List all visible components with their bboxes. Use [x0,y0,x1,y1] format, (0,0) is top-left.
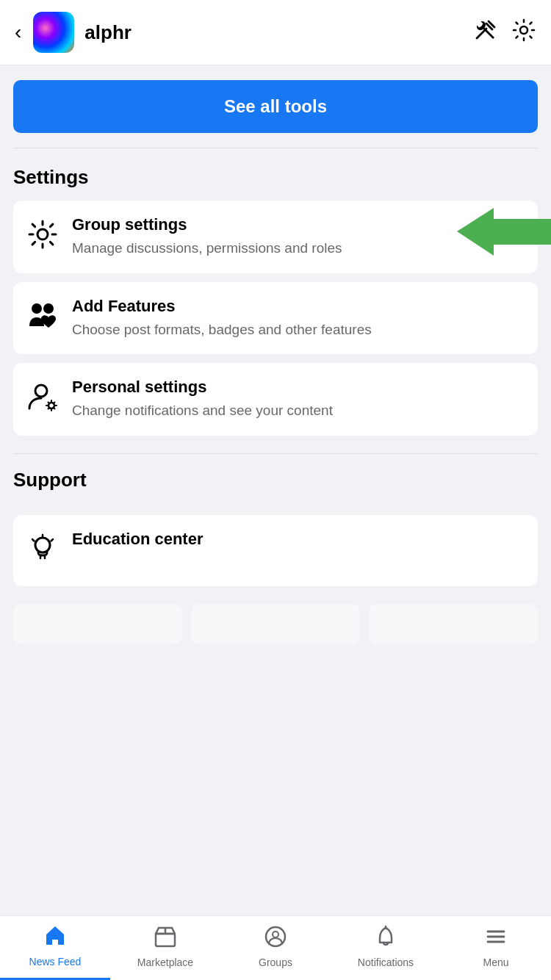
nav-item-marketplace[interactable]: Marketplace [110,916,220,980]
svg-point-10 [35,538,50,552]
svg-line-12 [32,539,35,541]
tools-icon[interactable] [473,18,498,48]
add-features-desc: Choose post formats, badges and other fe… [72,320,525,340]
settings-icon[interactable] [511,18,536,48]
nav-item-groups[interactable]: Groups [220,916,331,980]
add-features-card[interactable]: Add Features Choose post formats, badges… [13,282,538,355]
svg-line-13 [51,539,54,541]
settings-section-title: Settings [13,166,538,189]
personal-settings-title: Personal settings [72,378,525,397]
personal-settings-card[interactable]: Personal settings Change notifications a… [13,363,538,436]
settings-section: Settings Group settings Manage discussio… [0,148,551,453]
bottom-navigation: News Feed Marketplace Groups [0,915,551,980]
partial-card-2 [191,604,360,644]
nav-item-menu[interactable]: Menu [441,916,551,980]
education-center-content: Education center [72,530,525,553]
header: ‹ alphr [0,0,551,65]
personal-settings-icon [26,381,59,419]
bell-icon [374,925,397,954]
svg-point-7 [43,303,54,314]
nav-item-notifications[interactable]: Notifications [331,916,441,980]
avatar [33,12,74,53]
education-center-title: Education center [72,530,525,549]
nav-label-menu: Menu [483,956,508,968]
partial-card-1 [13,604,182,644]
nav-label-groups: Groups [259,956,292,968]
tools-section: See all tools [0,65,551,148]
nav-label-news-feed: News Feed [29,956,82,968]
nav-item-news-feed[interactable]: News Feed [0,916,110,980]
green-arrow-annotation [457,208,551,256]
support-section: Support Education center [0,454,551,604]
support-section-title: Support [13,469,538,491]
svg-rect-14 [156,934,175,946]
svg-point-18 [273,932,278,937]
education-center-card[interactable]: Education center [13,515,538,586]
svg-marker-5 [457,208,551,256]
nav-label-marketplace: Marketplace [137,956,193,968]
svg-point-6 [32,303,42,314]
page-title: alphr [84,21,473,44]
partial-card-3 [369,604,538,644]
svg-point-3 [37,229,48,239]
marketplace-icon [154,925,177,954]
gear-icon [26,218,59,257]
back-button[interactable]: ‹ [15,21,21,44]
nav-label-notifications: Notifications [358,956,414,968]
home-icon [43,924,67,953]
education-icon [26,533,59,572]
personal-settings-desc: Change notifications and see your conten… [72,401,525,421]
svg-point-8 [35,385,47,397]
personal-settings-content: Personal settings Change notifications a… [72,378,525,421]
svg-point-2 [520,26,527,34]
menu-icon [484,925,508,954]
groups-icon [264,925,287,954]
add-features-title: Add Features [72,297,525,316]
see-all-tools-button[interactable]: See all tools [13,80,538,133]
group-settings-card[interactable]: Group settings Manage discussions, permi… [13,201,538,273]
add-features-content: Add Features Choose post formats, badges… [72,297,525,340]
header-actions [473,18,536,48]
features-icon [26,300,59,339]
